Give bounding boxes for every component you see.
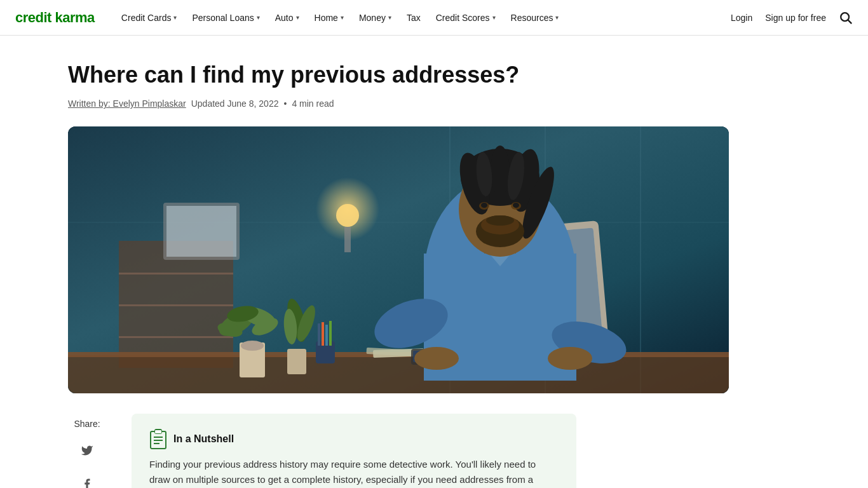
svg-rect-31 <box>318 323 320 346</box>
svg-point-66 <box>548 347 592 370</box>
chevron-down-icon: ▾ <box>492 14 496 21</box>
nav-tax[interactable]: Tax <box>400 9 427 27</box>
svg-point-52 <box>491 146 510 196</box>
twitter-icon <box>81 444 93 457</box>
svg-rect-34 <box>329 321 332 346</box>
chevron-down-icon: ▾ <box>257 14 260 21</box>
svg-line-1 <box>848 20 852 23</box>
share-column: Share: <box>68 414 106 488</box>
svg-point-62 <box>486 215 514 226</box>
svg-rect-10 <box>119 304 233 306</box>
main-content: Where can I find my previous addresses? … <box>53 36 815 488</box>
svg-rect-33 <box>325 325 328 346</box>
svg-point-58 <box>481 203 487 208</box>
chevron-down-icon: ▾ <box>341 14 344 21</box>
svg-point-20 <box>241 341 264 351</box>
svg-rect-26 <box>287 349 306 374</box>
svg-point-15 <box>336 204 359 227</box>
hero-image <box>68 126 729 393</box>
login-button[interactable]: Login <box>731 13 752 23</box>
signup-button[interactable]: Sign up for free <box>765 13 826 23</box>
header-right: Login Sign up for free <box>731 11 853 25</box>
nav-money[interactable]: Money ▾ <box>353 9 398 27</box>
chevron-down-icon: ▾ <box>555 14 559 21</box>
chevron-down-icon: ▾ <box>173 14 177 21</box>
share-label: Share: <box>74 419 100 429</box>
article-title: Where can I find my previous addresses? <box>68 61 640 88</box>
nav-credit-scores[interactable]: Credit Scores ▾ <box>430 9 502 27</box>
svg-point-59 <box>513 203 519 208</box>
svg-rect-32 <box>322 322 324 346</box>
author-link[interactable]: Written by: Evelyn Pimplaskar <box>68 98 186 109</box>
site-logo[interactable]: credit karma <box>15 10 95 26</box>
twitter-share-button[interactable] <box>76 439 98 462</box>
svg-rect-16 <box>344 227 351 252</box>
read-time: 4 min read <box>292 98 334 109</box>
svg-point-65 <box>414 347 459 370</box>
clipboard-icon <box>149 429 167 449</box>
svg-rect-69 <box>155 430 161 433</box>
nav-auto[interactable]: Auto ▾ <box>269 9 306 27</box>
facebook-icon <box>81 478 93 488</box>
nav-home[interactable]: Home ▾ <box>308 9 350 27</box>
svg-rect-17 <box>68 355 729 393</box>
svg-rect-13 <box>166 206 236 257</box>
article-meta: Written by: Evelyn Pimplaskar Updated Ju… <box>68 98 800 109</box>
search-button[interactable] <box>839 11 853 25</box>
main-nav: Credit Cards ▾ Personal Loans ▾ Auto ▾ H… <box>115 9 731 27</box>
content-area: Share: <box>68 414 800 488</box>
updated-date: Updated June 8, 2022 <box>191 98 279 109</box>
nutshell-title: In a Nutshell <box>173 433 234 445</box>
svg-point-0 <box>841 13 849 21</box>
meta-separator: • <box>283 98 287 109</box>
site-header: credit karma Credit Cards ▾ Personal Loa… <box>0 0 868 36</box>
svg-rect-9 <box>119 273 233 274</box>
nav-resources[interactable]: Resources ▾ <box>505 9 566 27</box>
search-icon <box>839 11 853 25</box>
chevron-down-icon: ▾ <box>388 14 391 21</box>
nav-credit-cards[interactable]: Credit Cards ▾ <box>115 9 184 27</box>
nutshell-header: In a Nutshell <box>149 429 559 449</box>
nutshell-text: Finding your previous address history ma… <box>149 457 559 488</box>
nutshell-box: In a Nutshell Finding your previous addr… <box>132 414 576 488</box>
chevron-down-icon: ▾ <box>296 14 299 21</box>
svg-rect-11 <box>119 336 233 338</box>
nav-personal-loans[interactable]: Personal Loans ▾ <box>186 9 266 27</box>
facebook-share-button[interactable] <box>76 472 98 488</box>
